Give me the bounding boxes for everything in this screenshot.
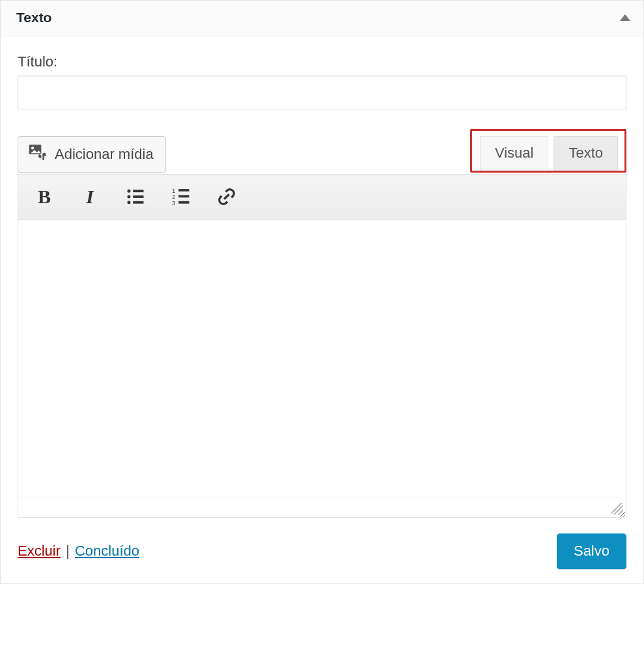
save-button[interactable]: Salvo bbox=[557, 533, 626, 569]
svg-point-6 bbox=[128, 195, 131, 199]
italic-button[interactable]: I bbox=[78, 185, 102, 208]
svg-rect-11 bbox=[178, 189, 189, 192]
resize-handle-icon[interactable] bbox=[611, 503, 623, 515]
svg-point-4 bbox=[128, 190, 131, 193]
add-media-label: Adicionar mídia bbox=[55, 146, 154, 163]
link-separator: | bbox=[64, 543, 71, 559]
editor-tabs-highlight: Visual Texto bbox=[470, 129, 626, 173]
tab-text[interactable]: Texto bbox=[553, 136, 618, 171]
svg-rect-5 bbox=[133, 190, 143, 192]
media-icon bbox=[27, 142, 48, 167]
media-tabs-row: Adicionar mídia Visual Texto bbox=[18, 129, 626, 173]
svg-rect-9 bbox=[133, 201, 143, 204]
numbered-list-icon: 1 2 3 bbox=[171, 187, 191, 206]
footer-links: Excluir | Concluído bbox=[18, 543, 139, 560]
numbered-list-button[interactable]: 1 2 3 bbox=[169, 185, 193, 208]
svg-point-1 bbox=[31, 147, 34, 149]
link-button[interactable] bbox=[215, 185, 238, 208]
widget-title: Texto bbox=[16, 10, 51, 25]
tab-visual[interactable]: Visual bbox=[480, 136, 549, 171]
delete-link[interactable]: Excluir bbox=[18, 543, 61, 559]
svg-rect-13 bbox=[178, 195, 189, 198]
link-icon bbox=[217, 187, 236, 206]
editor-content-area[interactable] bbox=[18, 220, 626, 518]
collapse-up-icon[interactable] bbox=[620, 14, 630, 21]
svg-rect-7 bbox=[133, 195, 143, 198]
widget-body: Título: Adicionar mídia bbox=[1, 36, 643, 583]
bold-icon: B bbox=[38, 186, 51, 208]
done-link[interactable]: Concluído bbox=[75, 543, 139, 559]
svg-rect-3 bbox=[42, 154, 44, 160]
bullet-list-button[interactable] bbox=[124, 185, 147, 208]
svg-text:3: 3 bbox=[172, 200, 175, 206]
bold-button[interactable]: B bbox=[33, 185, 56, 208]
widget-header[interactable]: Texto bbox=[1, 1, 643, 36]
widget-footer: Excluir | Concluído Salvo bbox=[18, 533, 626, 569]
italic-icon: I bbox=[86, 186, 94, 208]
editor-statusbar bbox=[18, 498, 626, 517]
title-input[interactable] bbox=[18, 76, 626, 109]
title-label: Título: bbox=[18, 53, 626, 70]
svg-rect-15 bbox=[178, 201, 189, 204]
text-widget-panel: Texto Título: Adicionar mí bbox=[0, 0, 644, 584]
add-media-button[interactable]: Adicionar mídia bbox=[18, 136, 166, 173]
editor-toolbar: B I 1 2 bbox=[18, 174, 626, 220]
svg-point-8 bbox=[128, 201, 131, 204]
bullet-list-icon bbox=[126, 187, 145, 206]
